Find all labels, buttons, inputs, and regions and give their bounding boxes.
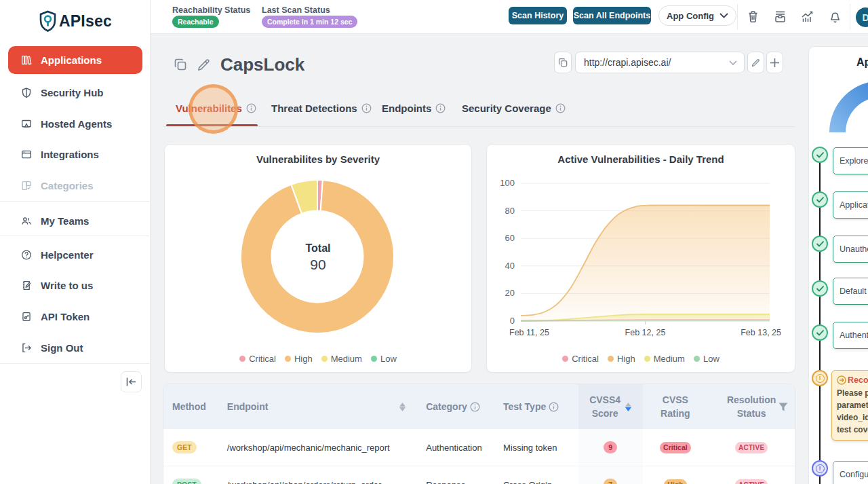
resolution-status-badge: ACTIVE [735,442,768,453]
checklist-item-label: Default A [840,286,868,296]
sidebar: APIsec ApplicationsSecurity HubHosted Ag… [0,0,151,484]
window-icon [21,148,32,161]
tab-endpoints[interactable]: Endpoints [382,103,446,126]
edit-app-name-icon[interactable] [196,57,212,73]
trend-card: Active Vulnerabilities - Daily Trend 020… [486,144,795,373]
svg-text:Feb 11, 25: Feb 11, 25 [509,328,549,337]
tab-security-coverage[interactable]: Security Coverage [462,103,566,126]
severity-donut-card: Vulnerabilites by Severity Total 90 Crit… [164,144,472,373]
scan-history-button[interactable]: Scan History [509,7,567,24]
app-config-label: App Config [667,11,714,21]
checklist-item[interactable]: Authentic [833,322,868,349]
legend-item-low[interactable]: Low [694,354,719,364]
legend-dot [694,356,700,362]
legend-item-critical[interactable]: Critical [239,354,276,364]
sidebar-item-security-hub[interactable]: Security Hub [8,79,142,107]
checklist-item[interactable]: Unauthen [833,236,868,263]
sidebar-item-my-teams[interactable]: My Teams [8,207,142,235]
app-config-dropdown[interactable]: App Config [658,5,736,26]
notifications-bell-icon[interactable] [828,10,842,24]
legend-dot [239,356,245,362]
tab-vulnerabilites[interactable]: Vulnerabilites [176,103,256,126]
legend-item-high[interactable]: High [285,354,313,364]
column-header-score[interactable]: CVSS4Score [578,384,643,429]
sidebar-collapse-button[interactable] [121,371,142,392]
sidebar-item-label: Hosted Agents [41,118,112,130]
books-icon [21,54,32,67]
tabs: VulnerabilitesThreat DetectionsEndpoints… [176,103,795,127]
column-header-rating[interactable]: CVSSRating [643,384,709,429]
right-checklist-panel: Ap Explore yApplicatioUnauthenDefault AA… [808,46,868,484]
sidebar-item-api-token[interactable]: API Token [8,303,142,331]
user-avatar[interactable]: D [856,7,868,27]
sidebar-item-hosted-agents[interactable]: Hosted Agents [8,110,142,138]
checklist-item-label: Applicatio [840,200,868,210]
column-label: ResolutionStatus [727,393,776,420]
donut-card-title: Vulnerabilites by Severity [165,153,471,165]
sort-icon[interactable] [399,403,406,411]
analytics-icon[interactable] [800,10,814,24]
svg-text:100: 100 [500,178,515,188]
logo: APIsec [39,10,112,32]
column-header-endpoint[interactable]: Endpoint [227,384,426,429]
info-icon[interactable] [549,402,559,412]
app-root: APIsec ApplicationsSecurity HubHosted Ag… [0,0,868,484]
legend-label: Medium [331,354,362,364]
copy-app-name-icon[interactable] [173,57,189,73]
delete-icon[interactable] [746,10,760,24]
column-header-category[interactable]: Category [426,384,503,429]
sidebar-item-integrations[interactable]: Integrations [8,141,142,168]
legend-label: Low [703,354,719,364]
checklist-item[interactable]: Applicatio [833,191,868,219]
info-icon[interactable] [470,402,480,412]
checklist-item[interactable]: Configure [833,461,868,484]
tabs-underline [163,126,795,127]
checklist-item-label: Configure [840,470,868,479]
add-url-button[interactable] [766,52,783,73]
legend-item-high[interactable]: High [608,354,635,364]
vulnerabilities-table: MethodEndpointCategoryTest TypeCVSS4Scor… [163,384,795,484]
legend-item-medium[interactable]: Medium [644,354,685,364]
checklist-item[interactable]: Explore y [833,147,868,174]
shield-icon [21,86,32,99]
tab-threat-detections[interactable]: Threat Detections [271,103,372,126]
legend-dot [608,356,614,362]
svg-text:80: 80 [505,206,515,216]
testtype-cell: Missing token [503,443,557,453]
info-icon [361,103,372,113]
sidebar-item-write-to-us[interactable]: Write to us [8,272,142,299]
column-header-method[interactable]: Method [163,384,227,429]
filter-icon[interactable] [778,403,788,411]
sidebar-item-categories[interactable]: Categories [8,172,142,200]
checklist-recommendation[interactable]: RecorPlease pparametevideo_idtest cove [831,370,868,441]
page-title: CapsLock [220,54,304,75]
table-row[interactable]: GET/workshop/api/mechanic/mechanic_repor… [163,429,795,466]
legend-item-medium[interactable]: Medium [321,354,362,364]
sort-icon-active[interactable] [625,403,631,411]
column-header-testtype[interactable]: Test Type [503,384,578,429]
logo-shield-icon [39,10,57,32]
table-row[interactable]: POST/workshop/api/shop/orders/return_ord… [163,466,795,484]
topbar: Reachability Status Reachable Last Scan … [151,0,868,34]
sidebar-item-label: My Teams [41,215,89,227]
sidebar-divider [0,236,151,236]
checklist-item-label: Explore y [840,156,868,166]
legend-item-critical[interactable]: Critical [562,354,599,364]
checklist-item[interactable]: Default A [833,278,868,305]
copy-url-icon[interactable] [554,52,572,73]
sidebar-item-helpcenter[interactable]: Helpcenter [8,241,142,269]
edit-url-button[interactable] [747,52,764,73]
svg-text:0: 0 [510,316,515,326]
legend-item-low[interactable]: Low [371,354,397,364]
app-url-select[interactable]: http://crapi.apisec.ai/ [575,52,745,73]
archive-icon[interactable] [773,10,787,24]
sidebar-item-sign-out[interactable]: Sign Out [8,334,142,362]
info-icon [435,103,446,113]
scan-all-endpoints-button[interactable]: Scan All Endpoints [573,7,651,24]
last-scan-status-label: Last Scan Status [262,5,357,15]
sidebar-item-applications[interactable]: Applications [8,46,142,74]
recommendation-line: test cove [837,426,868,434]
screen-icon [21,117,32,130]
token-icon [21,310,32,323]
column-header-resolution[interactable]: ResolutionStatus [708,384,795,429]
